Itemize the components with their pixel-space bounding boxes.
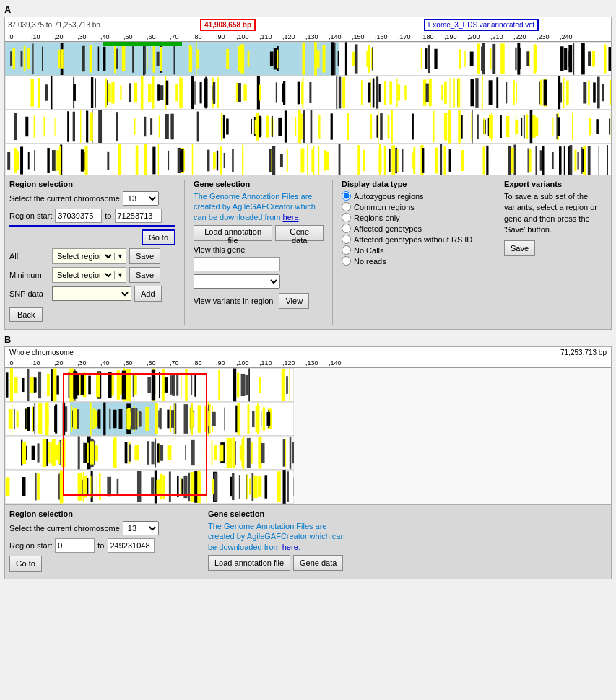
region-end-input-a[interactable] [115,209,162,223]
minimum-dropdown-arrow[interactable]: ▼ [114,271,126,279]
region-selection-a-title: Region selection [9,180,175,188]
gene-selection-a-title: Gene selection [194,180,324,188]
load-annotation-button-a[interactable]: Load annotation file [194,225,272,241]
all-label-a: All [9,252,49,261]
view-gene-input-a[interactable] [194,257,280,271]
all-dropdown-arrow[interactable]: ▼ [114,253,126,260]
chromosome-select-b[interactable]: 13 [123,521,159,535]
whole-chrom-header: Whole chromosome 71,253,713 bp [5,347,611,358]
viz-a-ruler: ,0 ,10 ,20 ,30 ,40 ,50 ,60 ,70 ,80 ,90 ,… [5,32,611,42]
export-variants-a: Export variants To save a sub set of the… [504,180,607,325]
section-b-viz: Whole chromosome 71,253,713 bp ,0 ,10 ,2… [4,346,612,505]
export-save-button-a[interactable]: Save [504,240,535,256]
controls-b: Region selection Select the current chro… [4,505,612,579]
display-data-type-a: Display data type Autozygous regions Com… [342,180,486,325]
radio-no-reads[interactable] [342,256,351,266]
radio-no-calls[interactable] [342,245,351,255]
region-start-label-b: Region start [9,541,52,550]
snp-data-label-a: SNP data [9,289,49,298]
radio-affected[interactable] [342,224,351,233]
gene-selection-b: Gene selection The Genome Annotation Fil… [208,509,352,574]
radio-no-calls-label: No Calls [354,246,384,255]
all-save-button-a[interactable]: Save [129,248,160,264]
go-to-button-b[interactable]: Go to [9,556,42,572]
gene-data-button-b[interactable]: Gene data [293,555,343,571]
minimum-save-button-a[interactable]: Save [129,267,160,283]
gene-selection-a: Gene selection The Genome Annotation Fil… [194,180,324,325]
radio-affected-no-rs[interactable] [342,235,351,244]
viz-b-canvas[interactable] [5,368,612,504]
all-select-a[interactable]: Select region [53,249,114,263]
radio-regions-only[interactable] [342,213,351,222]
section-a-label: A [4,4,612,15]
whole-chrom-bp-label: 71,253,713 bp [560,349,607,356]
to-label-b: to [97,541,104,550]
load-annotation-button-b[interactable]: Load annotation file [208,555,290,571]
viz-a-header: 37,039,375 to 71,253,713 bp 41,908,658 b… [5,17,611,32]
region-start-input-b[interactable] [55,538,95,553]
region-selection-a: Region selection Select the current chro… [9,180,175,325]
export-variants-info: To save a sub set of the variants, selec… [504,191,607,236]
gene-selection-a-info: The Genome Annotation Files are created … [194,191,324,222]
chromosome-select-a[interactable]: 13 [123,191,159,206]
region-selection-b-title: Region selection [9,509,190,518]
radio-common-label: Common regions [354,203,415,211]
chromosome-label-b: Select the current chromosome [9,524,120,533]
gene-data-button-a[interactable]: Gene data [275,225,324,241]
gene-dropdown-a[interactable] [194,274,280,289]
region-end-input-b[interactable] [108,538,155,553]
section-b-label: B [4,334,612,345]
display-data-type-title: Display data type [342,180,486,188]
whole-chrom-label: Whole chromosome [9,349,74,356]
radio-regions-only-label: Regions only [354,214,400,222]
view-variants-label-a: View variants in region [194,297,273,305]
viz-a-range-label: 37,039,375 to 71,253,713 bp [8,21,100,29]
export-variants-title: Export variants [504,180,607,188]
region-selection-b: Region selection Select the current chro… [9,509,190,574]
minimum-select-a[interactable]: Select region [53,268,114,282]
radio-affected-no-rs-label: Affected genotypes without RS ID [354,235,472,244]
section-a-viz: 37,039,375 to 71,253,713 bp 41,908,658 b… [4,17,612,175]
viz-b-ruler: ,0 ,10 ,20 ,30 ,40 ,50 ,60 ,70 ,80 ,90 ,… [5,358,611,368]
gene-link-a[interactable]: here [283,213,299,222]
radio-autozygous[interactable] [342,191,351,201]
view-gene-label-a: View this gene [194,245,245,254]
radio-common[interactable] [342,202,351,211]
region-start-label-a: Region start [9,211,52,220]
controls-a: Region selection Select the current chro… [4,175,612,330]
to-label-a: to [105,211,111,220]
snp-data-select-a[interactable] [52,286,131,301]
go-to-button-a[interactable]: Go to [142,229,175,245]
radio-no-reads-label: No reads [354,257,386,266]
chromosome-label-a: Select the current chromosome [9,194,120,203]
viz-a-canvas[interactable] [5,42,612,175]
back-button-a[interactable]: Back [9,307,43,322]
radio-affected-label: Affected genotypes [354,224,422,233]
gene-selection-b-info: The Genome Annotation Files are created … [208,521,352,552]
minimum-label-a: Minimum [9,271,49,279]
viz-a-right-badge: Exome_3_EDS.var.annotated.vcf [424,19,539,31]
add-button-a[interactable]: Add [134,286,162,302]
radio-autozygous-label: Autozygous regions [354,192,424,201]
gene-selection-b-title: Gene selection [208,509,352,518]
view-button-a[interactable]: View [279,293,309,309]
viz-a-center-badge: 41,908,658 bp [200,19,256,31]
region-start-input-a[interactable] [55,209,102,223]
gene-link-b[interactable]: here [282,543,298,551]
